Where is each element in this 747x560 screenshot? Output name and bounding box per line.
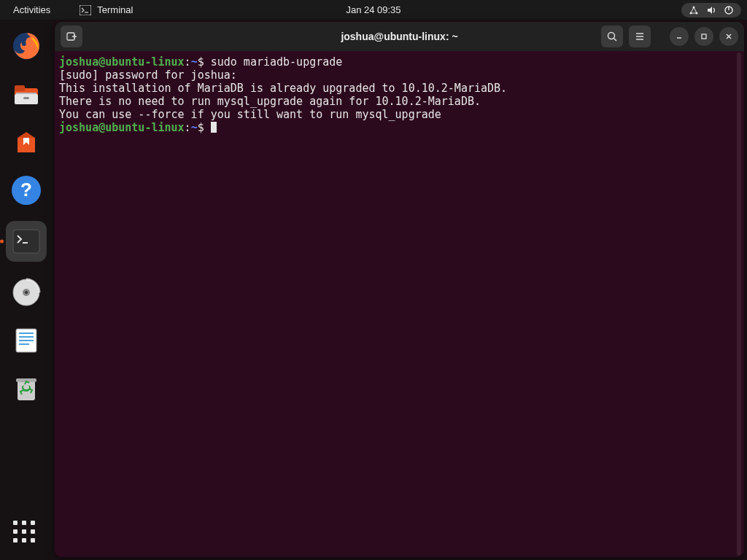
hamburger-icon bbox=[634, 31, 646, 42]
dock-trash[interactable] bbox=[9, 371, 44, 406]
search-icon bbox=[606, 31, 618, 42]
dock-terminal[interactable] bbox=[6, 221, 47, 262]
activities-button[interactable]: Activities bbox=[6, 4, 58, 15]
output-line: You can use --force if you still want to… bbox=[59, 108, 441, 121]
output-line: [sudo] password for joshua: bbox=[59, 69, 237, 82]
search-button[interactable] bbox=[601, 26, 623, 47]
new-tab-button[interactable] bbox=[61, 26, 82, 47]
prompt-user: joshua@ubuntu-linux bbox=[59, 121, 185, 134]
power-icon bbox=[724, 5, 734, 15]
cursor bbox=[211, 122, 217, 133]
menu-button[interactable] bbox=[629, 26, 651, 47]
scrollbar[interactable] bbox=[735, 52, 743, 556]
maximize-icon bbox=[700, 32, 708, 41]
disk-icon bbox=[10, 276, 42, 308]
dock-software[interactable] bbox=[9, 125, 44, 160]
close-icon bbox=[724, 32, 733, 41]
help-icon: ? bbox=[10, 174, 42, 206]
dock: ? bbox=[0, 20, 53, 560]
dock-text-editor[interactable] bbox=[9, 323, 44, 358]
close-button[interactable] bbox=[719, 27, 738, 46]
active-app-menu[interactable]: Terminal bbox=[80, 4, 133, 15]
active-indicator bbox=[0, 240, 4, 244]
svg-rect-12 bbox=[23, 97, 29, 99]
svg-line-32 bbox=[614, 39, 617, 42]
svg-text:?: ? bbox=[20, 179, 32, 201]
dock-firefox[interactable] bbox=[9, 28, 44, 63]
window-title: joshua@ubuntu-linux: ~ bbox=[341, 31, 457, 42]
prompt-user: joshua@ubuntu-linux bbox=[59, 55, 185, 69]
text-editor-icon bbox=[10, 324, 42, 357]
firefox-icon bbox=[10, 30, 42, 62]
system-tray[interactable] bbox=[681, 3, 741, 18]
new-tab-icon bbox=[65, 30, 78, 43]
prompt-path: ~ bbox=[191, 55, 198, 69]
output-line: This installation of MariaDB is already … bbox=[59, 82, 507, 95]
dock-files[interactable] bbox=[9, 77, 44, 112]
show-applications-button[interactable] bbox=[13, 521, 39, 547]
svg-point-31 bbox=[608, 33, 615, 39]
minimize-button[interactable] bbox=[670, 27, 689, 46]
files-icon bbox=[10, 78, 42, 110]
svg-rect-15 bbox=[13, 230, 39, 253]
top-bar: Activities Terminal Jan 24 09:35 bbox=[0, 0, 747, 20]
minimize-icon bbox=[675, 32, 684, 41]
command-text: sudo mariadb-upgrade bbox=[211, 55, 343, 69]
terminal-icon bbox=[80, 5, 91, 15]
svg-rect-37 bbox=[702, 34, 706, 39]
volume-icon bbox=[706, 5, 716, 15]
status-menu[interactable] bbox=[681, 3, 741, 18]
clock[interactable]: Jan 24 09:35 bbox=[346, 4, 400, 15]
titlebar[interactable]: joshua@ubuntu-linux: ~ bbox=[55, 22, 744, 51]
trash-icon bbox=[10, 373, 42, 405]
svg-rect-9 bbox=[15, 85, 25, 91]
prompt-path: ~ bbox=[191, 121, 198, 134]
scrollbar-thumb[interactable] bbox=[737, 52, 741, 556]
active-app-label: Terminal bbox=[97, 4, 133, 15]
svg-rect-0 bbox=[80, 5, 91, 15]
software-icon bbox=[10, 126, 42, 158]
terminal-body[interactable]: joshua@ubuntu-linux:~$ sudo mariadb-upgr… bbox=[55, 51, 744, 557]
dock-help[interactable]: ? bbox=[9, 173, 44, 208]
terminal-window: joshua@ubuntu-linux: ~ joshua@ubuntu-lin… bbox=[55, 22, 744, 557]
maximize-button[interactable] bbox=[694, 27, 713, 46]
svg-point-20 bbox=[25, 291, 28, 294]
svg-rect-10 bbox=[16, 93, 36, 94]
terminal-app-icon bbox=[12, 228, 41, 254]
dock-disk[interactable] bbox=[9, 275, 44, 310]
output-line: There is no need to run mysql_upgrade ag… bbox=[59, 95, 481, 108]
network-icon bbox=[689, 5, 699, 15]
